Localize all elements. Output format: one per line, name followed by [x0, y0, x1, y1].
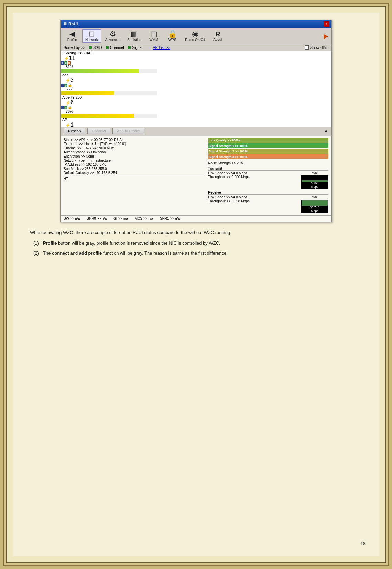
- toolbar-about-label: About: [213, 37, 222, 41]
- transmit-bar-area: Max 0.104 Mbps: [301, 171, 328, 189]
- transmit-throughput: Throughput >> 0.000 Mbps: [208, 175, 298, 179]
- profile-icon: ◀: [69, 30, 75, 38]
- ip-value: IP Address >> 192.168.5.40: [64, 163, 106, 167]
- network-row[interactable]: _Shiang_2860AP⚡11bgn81%: [61, 51, 331, 73]
- toolbar-wps[interactable]: 🔒 WPS: [164, 30, 181, 42]
- sort-bar: Sorted by >> SSID Channel Signal AP List…: [61, 44, 331, 51]
- ht-label: HT: [64, 177, 68, 181]
- toolbar-wmm[interactable]: ▤ WMM: [145, 30, 162, 42]
- receive-bar-area: Max 35.746 Mbps: [301, 195, 328, 213]
- status-row: Status >> AP1 <--> 00-03-7F-00-D7-A4: [64, 138, 205, 142]
- toolbar-network-label: Network: [85, 38, 98, 42]
- network-row[interactable]: aaa⚡3bg🔒55%: [61, 73, 331, 95]
- mask-value: Sub Mask >> 255.255.255.0: [64, 167, 107, 171]
- toolbar-profile-label: Profile: [67, 38, 77, 42]
- signal-strength-2-bar: Signal Strength 2 >> 100%: [208, 149, 328, 154]
- sorted-by-label: Sorted by >>: [64, 45, 85, 50]
- ssid-radio[interactable]: SSID: [89, 45, 102, 50]
- network-channel: ⚡3: [61, 77, 78, 83]
- show-dbm-checkbox[interactable]: [305, 45, 309, 50]
- enc-row: Encryption >> None: [64, 154, 205, 158]
- close-button[interactable]: X: [324, 21, 329, 27]
- quality-bars: Link Quality >> 100% Signal Strength 1 >…: [208, 138, 328, 159]
- network-name: AlbertY-200: [61, 95, 102, 99]
- toolbar-wmm-label: WMM: [149, 38, 158, 42]
- list-item-1: (1) Profile button will be gray, profile…: [30, 240, 362, 247]
- bottom-buttons: Rescan Connect Add to Profile ▲: [61, 127, 331, 136]
- signal-strength-1-label: Signal Strength 1 >> 100%: [208, 144, 249, 148]
- signal-radio[interactable]: Signal: [128, 45, 143, 50]
- snr0-stat: SNR0 >> n/a: [87, 217, 107, 221]
- ap-list-link[interactable]: AP List >>: [153, 45, 170, 50]
- add-to-profile-button[interactable]: Add to Profile: [112, 128, 144, 134]
- link-quality-bar: Link Quality >> 100%: [208, 138, 328, 143]
- receive-info: Link Speed >> 54.0 Mbps Throughput >> 0.…: [208, 195, 298, 203]
- wps-icon: 🔒: [168, 30, 177, 38]
- gw-value: Default Gateway >> 192.168.5.254: [64, 171, 117, 175]
- transmit-section: Transmit Link Speed >> 54.0 Mbps Through…: [208, 167, 328, 189]
- toolbar-about[interactable]: R About: [209, 30, 226, 42]
- status-left: Status >> AP1 <--> 00-03-7F-00-D7-A4 Ext…: [64, 138, 205, 213]
- noise-row: Noise Strength >> 26%: [208, 161, 328, 165]
- transmit-max-label: Max: [312, 171, 317, 175]
- toolbar-network[interactable]: ⊟ Network: [82, 29, 101, 43]
- signal-strength-3-bar: Signal Strength 3 >> 100%: [208, 154, 328, 159]
- toolbar-arrow: ▶: [324, 32, 328, 40]
- network-signal-percent: 76%: [61, 109, 75, 114]
- ip-row: IP Address >> 192.168.5.40: [64, 163, 205, 167]
- toolbar-profile[interactable]: ◀ Profile: [64, 30, 81, 42]
- network-badges: bg🔒: [61, 83, 81, 87]
- network-table: _Shiang_2860AP⚡11bgn81%aaa⚡3bg🔒55%Albert…: [61, 51, 331, 127]
- toolbar-radio[interactable]: ◉ Radio On/Off: [182, 30, 208, 42]
- gi-stat: GI >> n/a: [113, 217, 128, 221]
- link-quality-label: Link Quality >> 100%: [208, 139, 249, 142]
- wmm-icon: ▤: [150, 30, 157, 38]
- bw-stat: BW >> n/a: [64, 217, 80, 221]
- extra-info-row: Extra Info >> Link is Up [TxPower:100%]: [64, 142, 205, 146]
- transmit-link-speed: Link Speed >> 54.0 Mbps: [208, 171, 298, 175]
- raui-window: 🖥 RaUI X ◀ Profile ⊟ Network: [60, 20, 332, 222]
- page-number: 18: [361, 541, 366, 546]
- toolbar-statistics[interactable]: ▦ Statistics: [124, 30, 144, 42]
- enc-value: Encryption >> None: [64, 154, 94, 158]
- item1-text: button will be gray, profile function is…: [58, 240, 220, 246]
- network-signal-percent: 81%: [61, 65, 75, 69]
- advanced-icon: ⚙: [109, 30, 116, 38]
- auth-row: Authentication >> Unknown: [64, 150, 205, 154]
- item2-num: (2): [33, 250, 40, 257]
- connect-button[interactable]: Connect: [87, 128, 110, 134]
- status-right: Link Quality >> 100% Signal Strength 1 >…: [208, 138, 328, 213]
- item2-text3: function will be gray. The reason is sam…: [103, 250, 228, 256]
- channel-radio[interactable]: Channel: [106, 45, 124, 50]
- toolbar-statistics-label: Statistics: [127, 38, 141, 42]
- item2-bold2: add profile: [79, 250, 102, 256]
- show-dbm-label: Show dBm: [310, 45, 328, 50]
- network-name: aaa: [61, 73, 102, 77]
- toolbar-advanced[interactable]: ⚙ Advanced: [102, 30, 123, 42]
- window-titlebar: 🖥 RaUI X: [61, 20, 331, 28]
- channel-radio-dot: [106, 46, 109, 49]
- item2-bold1: connect: [52, 250, 69, 256]
- transmit-bar-container: 0.104 Mbps: [301, 175, 328, 189]
- network-row[interactable]: AP⚡1bg🔒55%: [61, 118, 331, 127]
- channel-label: Channel: [110, 45, 124, 50]
- extra-info-value: Extra Info >> Link is Up [TxPower:100%]: [64, 142, 126, 146]
- receive-bar: [302, 200, 328, 206]
- intro-text: When activating WZC, there are couple di…: [30, 229, 362, 236]
- network-channel: ⚡11: [61, 55, 78, 61]
- list-item-2: (2) The connect and add profile function…: [30, 250, 362, 257]
- statistics-icon: ▦: [131, 30, 138, 38]
- mcs-stat: MCS >> n/a: [135, 217, 153, 221]
- network-row[interactable]: AlbertY-200⚡6bg🔒76%: [61, 95, 331, 118]
- item2-text1: The: [43, 250, 51, 256]
- signal-strength-2-label: Signal Strength 2 >> 100%: [208, 150, 249, 153]
- receive-bar-value: 35.746: [302, 206, 328, 209]
- rescan-button[interactable]: Rescan: [64, 128, 85, 134]
- transmit-bar-value: 0.104: [302, 182, 328, 185]
- network-signal-bar: [61, 114, 331, 118]
- receive-link-speed: Link Speed >> 54.0 Mbps: [208, 195, 298, 199]
- network-icon: ⊟: [88, 30, 95, 38]
- network-name: AP: [61, 118, 102, 122]
- auth-value: Authentication >> Unknown: [64, 150, 106, 154]
- receive-bar-unit: Mbps: [302, 209, 328, 213]
